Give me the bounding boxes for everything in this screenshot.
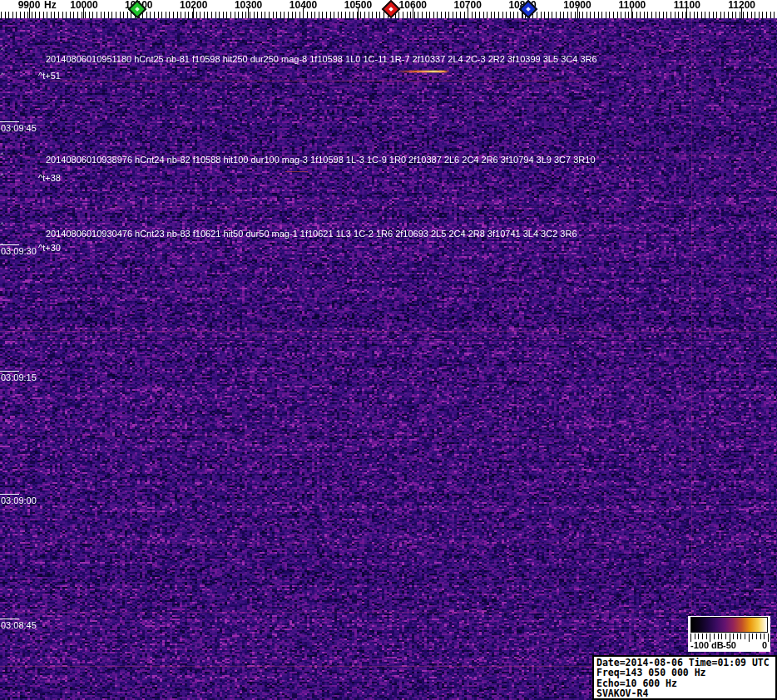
legend-max-label: 0 xyxy=(762,640,767,650)
frequency-tick-label: 11100 xyxy=(674,0,700,11)
frequency-tick-label: 10900 xyxy=(563,0,591,11)
green-diamond-marker-center xyxy=(136,7,141,12)
event-edge-tick xyxy=(0,173,4,176)
event-time-offset: ^t+51 xyxy=(38,71,61,81)
event-edge-tick xyxy=(0,222,4,225)
time-label: 03:08:45 xyxy=(1,620,37,630)
event-annotation: 20140806010930476 hCnt23 nb-83 f10621 hi… xyxy=(46,229,577,239)
waterfall-overlay: 20140806010951180 hCnt25 nb-81 f10598 hi… xyxy=(0,0,777,700)
time-label: 03:09:00 xyxy=(1,495,37,505)
time-tick xyxy=(0,121,19,122)
legend-major-tick xyxy=(768,633,769,642)
frequency-unit-label: Hz xyxy=(44,0,57,11)
time-label: 03:09:30 xyxy=(1,246,37,256)
time-tick xyxy=(0,371,19,372)
time-tick xyxy=(0,619,19,619)
frequency-tick-label: 9900 xyxy=(18,0,41,11)
amplitude-legend: -100 dB -50 0 xyxy=(688,616,770,652)
event-time-offset: ^t+38 xyxy=(38,173,61,183)
time-label: 03:09:15 xyxy=(1,372,37,382)
legend-major-tick xyxy=(690,633,691,642)
frequency-tick-label: 10000 xyxy=(70,0,97,11)
frequency-tick-label: 11000 xyxy=(619,0,646,11)
time-label: 03:09:45 xyxy=(1,123,37,133)
time-tick xyxy=(0,244,19,245)
frequency-tick-label: 10600 xyxy=(399,0,427,11)
frequency-tick-label: 10500 xyxy=(344,0,372,11)
amplitude-gradient-bar xyxy=(690,617,768,633)
frequency-tick-label: 10300 xyxy=(235,0,262,11)
legend-major-tick xyxy=(730,633,730,642)
frequency-ruler[interactable]: Hz 9900100001010010200103001040010500106… xyxy=(0,0,777,18)
frequency-tick-label: 10400 xyxy=(290,0,317,11)
blue-diamond-marker-center xyxy=(526,7,531,12)
frequency-tick-label: 10200 xyxy=(180,0,207,11)
frequency-tick-label: 10700 xyxy=(454,0,482,11)
event-annotation: 20140806010951180 hCnt25 nb-81 f10598 hi… xyxy=(46,54,597,64)
time-tick xyxy=(0,494,19,495)
event-edge-tick xyxy=(0,152,4,155)
frequency-tick-label: 11200 xyxy=(728,0,755,11)
red-diamond-marker-center xyxy=(388,7,393,12)
event-edge-tick xyxy=(0,47,4,51)
info-frequency: Freq=143 050 000 Hz xyxy=(596,668,773,678)
meteor-waterfall-window: Hz 9900100001010010200103001040010500106… xyxy=(0,0,777,700)
event-annotation: 20140806010938976 hCnt24 nb-82 f10588 hi… xyxy=(46,155,596,165)
event-edge-tick xyxy=(0,72,4,76)
legend-min-label: -100 dB xyxy=(690,640,724,650)
station-info-box: Date=2014-08-06 Time=01:09 UTC Freq=143 … xyxy=(592,655,777,700)
event-time-offset: ^t+30 xyxy=(38,243,61,253)
legend-major-tick xyxy=(710,633,710,642)
legend-major-tick xyxy=(749,633,750,642)
info-station: SVAKOV-R4 xyxy=(596,688,773,698)
